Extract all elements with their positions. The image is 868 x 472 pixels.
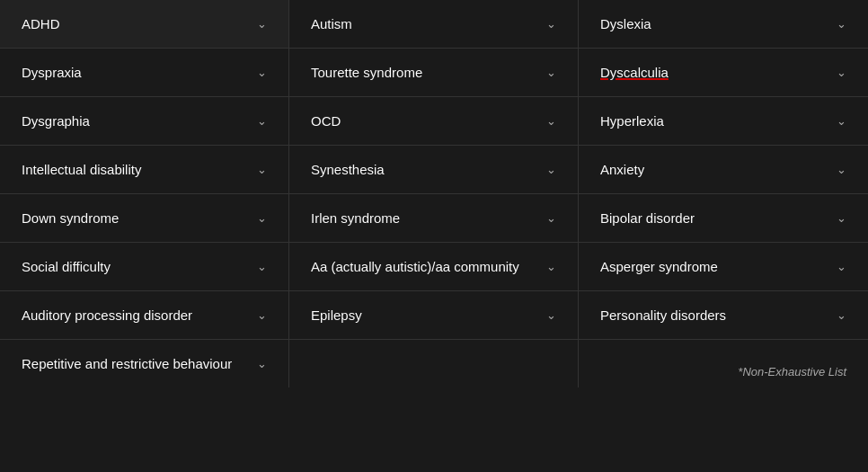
list-item[interactable]: Aa (actually autistic)/aa community ⌄ xyxy=(289,243,579,291)
chevron-down-icon: ⌄ xyxy=(257,357,267,370)
item-label: OCD xyxy=(311,113,341,129)
chevron-down-icon: ⌄ xyxy=(546,114,556,128)
conditions-grid: ADHD ⌄ Autism ⌄ Dyslexia ⌄ Dyspraxia ⌄ T… xyxy=(0,0,868,387)
list-item[interactable]: Personality disorders ⌄ xyxy=(579,291,868,340)
item-label: Tourette syndrome xyxy=(311,65,422,80)
footer-note-cell: *Non-Exhaustive List xyxy=(579,340,868,387)
list-item[interactable]: ADHD ⌄ xyxy=(0,0,289,49)
item-label: Hyperlexia xyxy=(600,113,664,129)
list-item[interactable]: Bipolar disorder ⌄ xyxy=(579,194,868,243)
chevron-down-icon: ⌄ xyxy=(257,17,267,31)
chevron-down-icon: ⌄ xyxy=(837,17,846,31)
item-label: Dyscalculia xyxy=(600,65,669,80)
item-label: Asperger syndrome xyxy=(600,259,718,274)
list-item[interactable]: Social difficulty ⌄ xyxy=(0,243,289,291)
list-item[interactable]: OCD ⌄ xyxy=(289,97,579,146)
chevron-down-icon: ⌄ xyxy=(546,260,556,273)
chevron-down-icon: ⌄ xyxy=(546,308,556,322)
list-item[interactable]: Auditory processing disorder ⌄ xyxy=(0,291,289,340)
item-label: Down syndrome xyxy=(22,210,119,226)
chevron-down-icon: ⌄ xyxy=(837,308,846,322)
item-label: Autism xyxy=(311,16,352,31)
list-item[interactable]: Dyslexia ⌄ xyxy=(579,0,868,49)
item-label: Intellectual disability xyxy=(22,162,141,177)
list-item[interactable]: Down syndrome ⌄ xyxy=(0,194,289,243)
empty-cell xyxy=(289,340,579,387)
item-label: Irlen syndrome xyxy=(311,210,400,226)
item-label: Dyspraxia xyxy=(22,65,82,80)
item-label: Social difficulty xyxy=(22,259,111,274)
item-label: ADHD xyxy=(22,16,60,31)
chevron-down-icon: ⌄ xyxy=(837,211,846,225)
non-exhaustive-label: *Non-Exhaustive List xyxy=(738,365,846,378)
chevron-down-icon: ⌄ xyxy=(257,260,267,273)
item-label: Dysgraphia xyxy=(22,113,90,129)
chevron-down-icon: ⌄ xyxy=(837,114,846,128)
chevron-down-icon: ⌄ xyxy=(257,163,267,176)
chevron-down-icon: ⌄ xyxy=(546,66,556,79)
item-label: Epilepsy xyxy=(311,307,362,323)
list-item[interactable]: Synesthesia ⌄ xyxy=(289,146,579,194)
list-item[interactable]: Asperger syndrome ⌄ xyxy=(579,243,868,291)
item-label: Repetitive and restrictive behaviour xyxy=(22,356,232,371)
chevron-down-icon: ⌄ xyxy=(837,66,846,79)
item-label: Anxiety xyxy=(600,162,644,177)
list-item[interactable]: Irlen syndrome ⌄ xyxy=(289,194,579,243)
list-item[interactable]: Intellectual disability ⌄ xyxy=(0,146,289,194)
list-item[interactable]: Dysgraphia ⌄ xyxy=(0,97,289,146)
chevron-down-icon: ⌄ xyxy=(546,211,556,225)
list-item[interactable]: Epilepsy ⌄ xyxy=(289,291,579,340)
item-label: Dyslexia xyxy=(600,16,651,31)
chevron-down-icon: ⌄ xyxy=(257,308,267,322)
list-item[interactable]: Hyperlexia ⌄ xyxy=(579,97,868,146)
item-label: Auditory processing disorder xyxy=(22,307,192,323)
chevron-down-icon: ⌄ xyxy=(837,260,846,273)
list-item[interactable]: Anxiety ⌄ xyxy=(579,146,868,194)
chevron-down-icon: ⌄ xyxy=(546,163,556,176)
chevron-down-icon: ⌄ xyxy=(257,66,267,79)
chevron-down-icon: ⌄ xyxy=(257,114,267,128)
chevron-down-icon: ⌄ xyxy=(257,211,267,225)
list-item[interactable]: Dyscalculia ⌄ xyxy=(579,49,868,97)
list-item[interactable]: Dyspraxia ⌄ xyxy=(0,49,289,97)
list-item[interactable]: Repetitive and restrictive behaviour ⌄ xyxy=(0,340,289,387)
item-label: Aa (actually autistic)/aa community xyxy=(311,259,519,274)
chevron-down-icon: ⌄ xyxy=(837,163,846,176)
chevron-down-icon: ⌄ xyxy=(546,17,556,31)
item-label: Bipolar disorder xyxy=(600,210,695,226)
item-label: Synesthesia xyxy=(311,162,385,177)
item-label: Personality disorders xyxy=(600,307,726,323)
list-item[interactable]: Autism ⌄ xyxy=(289,0,579,49)
list-item[interactable]: Tourette syndrome ⌄ xyxy=(289,49,579,97)
